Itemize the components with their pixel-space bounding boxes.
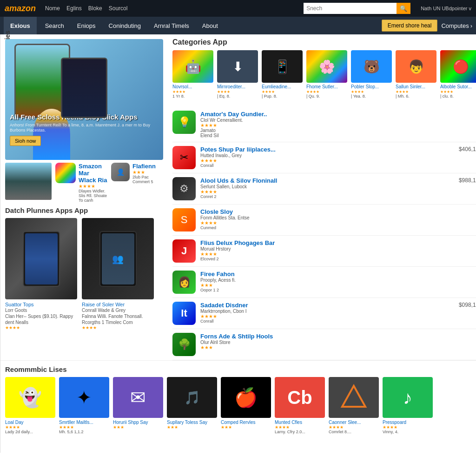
tablet-product-stars-2: ★★★★: [82, 325, 154, 330]
app-item-3[interactable]: S Closle Sloy Fonm Allitles Sta. Entse ★…: [172, 205, 476, 236]
cat-item-2[interactable]: 📱 Eumlieadine... ★★★★ | Pup. 8.: [262, 50, 304, 99]
computers-link[interactable]: Computes ›: [441, 22, 472, 29]
tablet-product-1[interactable]: Suattor Tops Lorr Goots Clan Her-- Supes…: [5, 218, 77, 330]
hero-subtitle: Anhors! From Turntent Reil! To a lime, 8…: [10, 123, 159, 133]
app-dev-4: Morual Hrstory: [200, 246, 476, 251]
nav-link-eglins[interactable]: Eglins: [66, 5, 82, 12]
rec-icon-dark: 🎵: [167, 377, 217, 418]
nav-link-nome[interactable]: Nome: [45, 5, 60, 12]
app-info-3: Closle Sloy Fonm Allitles Sta. Entse ★★★…: [200, 208, 476, 230]
hero-cta-button[interactable]: Sioh now: [10, 136, 41, 146]
app-info-7: Forns Ade & Shtilp Hools Olur Alril Stor…: [200, 333, 476, 350]
cat-item-4[interactable]: 🐻 Pobler Slop... ★★★★ | Yea. 8.: [351, 50, 393, 99]
featured-app-1[interactable]: Smazon Mar Wlack Ria ★★★★ Dlayes Widler.…: [55, 163, 107, 203]
featured-app-2[interactable]: 👤 Flafienn ★★★ 2lub Pac Commert 5: [111, 163, 163, 184]
app-item-1[interactable]: ✂ Potes Shup Par liiplaces... Hutted Irw…: [172, 142, 476, 173]
cat-name-3: Fhome Sutler...: [306, 84, 348, 90]
featured-app-stars-2: ★★★: [132, 170, 163, 175]
cat-item-1[interactable]: ⬇ Mirnroediter... ★★★★ | Eq. 8.: [217, 50, 259, 99]
app-item-4[interactable]: J Flius Delux Phogages Bar Morual Hrstor…: [172, 236, 476, 267]
cat-stars-3: ★★★★: [306, 90, 348, 94]
app-list: 💡 Amator's Day Gundier.. Clol Wr Ceneral…: [168, 107, 476, 360]
cat-item-6[interactable]: 🔴 Alboble Sutor... ★★★★ | clu. 8.: [440, 50, 476, 99]
rec-title: Reommmbic Lises: [5, 365, 67, 373]
sec-nav-about[interactable]: About: [196, 17, 225, 34]
cat-item-5[interactable]: 👦 Sallun Sinler... ★★★★ | Mh. 6.: [396, 50, 437, 99]
app-item-6[interactable]: It Sadadet Disdner Marktrronption, Cbon …: [172, 298, 476, 329]
app-dev-0: Clol Wr Cenerallient.: [200, 118, 476, 123]
app-stars-7: ★★★: [200, 345, 476, 350]
hero-banner: All Free Scloss Reend Bloy Slick Apps An…: [5, 39, 163, 160]
app-item-5[interactable]: 👩 Firee Fahon Prooply, Acess fi. ★★★ Oop…: [172, 267, 476, 298]
sec-nav-search[interactable]: Search: [39, 17, 71, 34]
rec-icon-red: Cb: [275, 377, 325, 418]
cat-meta-1: | Eq. 8.: [217, 94, 259, 99]
app-info-0: Amator's Day Gundier.. Clol Wr Ceneralli…: [200, 111, 476, 138]
cat-icon-6: 🔴: [440, 50, 476, 83]
rec-stars-7: ★★★★: [383, 425, 433, 430]
app-item-2[interactable]: ⚙ Alool Uds & Silov Floninall Serlunt Sa…: [172, 173, 476, 205]
featured-app-info-1: Smazon Mar Wlack Ria ★★★★ Dlayes Widler.…: [79, 163, 107, 203]
cat-item-0[interactable]: 🤖 Novrsol... ★★★★ 1 Yr 8.: [172, 50, 214, 99]
app-item-7[interactable]: 🌳 Forns Ade & Shtilp Hools Olur Alril St…: [172, 329, 476, 360]
app-name-6: Sadadet Disdner: [200, 302, 454, 309]
rec-stars-1: ★★★★: [59, 425, 109, 430]
sec-nav-coninduting[interactable]: Coninduting: [102, 17, 147, 34]
tablet-product-name-1: Suattor Tops: [5, 302, 77, 307]
app-cat-5: Oopor 1 2: [200, 288, 476, 292]
rec-sub-1: Mh. 5,6 1,1.2: [59, 430, 109, 434]
cat-name-0: Novrsol...: [172, 84, 214, 90]
rec-item-5[interactable]: Cb Munted Cfles ★★★★ Larny. Cfry 2.0...: [275, 377, 325, 434]
cat-meta-3: | Qu. 9.: [306, 94, 348, 99]
rec-item-0[interactable]: 👻 Loal Day ★★★★ Lady 2d daily...: [5, 377, 55, 434]
app-cat-4: Elcoved 2: [200, 257, 476, 261]
app-name-4: Flius Delux Phogages Bar: [200, 239, 476, 246]
rec-item-6[interactable]: Caonner Slee... ★★★★ Comrlet 8....: [329, 377, 379, 434]
rec-item-4[interactable]: 🍎 Comped Rervles ★★★: [221, 377, 271, 434]
cat-stars-4: ★★★★: [351, 90, 393, 94]
sec-nav-arnral[interactable]: Arnral Timels: [147, 17, 196, 34]
rec-icon-mail: ✉: [113, 377, 163, 418]
app-icon-7: 🌳: [172, 333, 196, 356]
app-dev-5: Prooply, Acess fi.: [200, 278, 476, 283]
top-nav: amazon Nome Eglins Bloke Sourcol 🔍 Nath …: [0, 0, 476, 17]
left-sidebar: Categories: [0, 34, 0, 453]
nav-link-bloke[interactable]: Bloke: [88, 5, 102, 12]
nav-link-sourcol[interactable]: Sourcol: [109, 5, 128, 12]
rec-icon-spotify: ♪: [383, 377, 433, 418]
cat-meta-5: | Mh. 6.: [396, 94, 437, 99]
categories-section: Categories App 🤖 Novrsol... ★★★★ 1 Yr 8.…: [168, 34, 476, 107]
cat-stars-5: ★★★★: [396, 90, 437, 94]
app-extra-0: Elend Sil: [200, 133, 476, 138]
search-input[interactable]: [304, 3, 397, 14]
svg-marker-0: [342, 386, 365, 407]
app-dev-1: Hutted Irwalo., Grey: [200, 153, 454, 158]
rec-item-3[interactable]: 🎵 Supllary Toless Say ★★★: [167, 377, 217, 434]
emerald-button[interactable]: Emerd shore heal: [382, 20, 438, 32]
rec-item-7[interactable]: ♪ Presspoard ★★★★ Vinny, 4.: [383, 377, 433, 434]
cat-item-3[interactable]: 🌸 Fhome Sutler... ★★★★ | Qu. 9.: [306, 50, 348, 99]
sec-nav-links: Search Eniops Coninduting Arnral Timels …: [39, 17, 225, 34]
rec-stars-2: ★★★: [113, 425, 163, 430]
cat-name-5: Sallun Sinler...: [396, 84, 437, 90]
rec-header: Reommmbic Lises Witne App Sories: [5, 365, 476, 373]
app-dev-7: Olur Alril Store: [200, 340, 476, 345]
app-icon-6: It: [172, 302, 196, 325]
rec-item-2[interactable]: ✉ Horurii Shpp Say ★★★: [113, 377, 163, 434]
tablet-product-2[interactable]: 👥 Raise of Soler Wer Conrall Wade & Grey…: [82, 218, 154, 330]
rec-item-1[interactable]: ✦ Smrtller Mailtls... ★★★★ Mh. 5,6 1,1.2: [59, 377, 109, 434]
featured-app-sub-1: Dlayes Widler. Slis Rll. Shoate To canh: [79, 189, 107, 203]
sec-nav-eniops[interactable]: Eniops: [71, 17, 102, 34]
cat-meta-0: 1 Yr 8.: [172, 94, 214, 99]
featured-app-info-2: Flafienn ★★★ 2lub Pac Commert 5: [132, 163, 163, 184]
app-info-4: Flius Delux Phogages Bar Morual Hrstory …: [200, 239, 476, 261]
cat-meta-4: | Yea. 8.: [351, 94, 393, 99]
app-item-0[interactable]: 💡 Amator's Day Gundier.. Clol Wr Ceneral…: [172, 107, 476, 142]
app-price-1: $406,119: [459, 146, 476, 152]
app-cat-2: Conret 2: [200, 194, 454, 199]
search-button[interactable]: 🔍: [397, 3, 410, 14]
rec-name-1: Smrtller Mailtls...: [59, 420, 109, 425]
top-nav-links: Nome Eglins Bloke Sourcol: [45, 5, 127, 12]
app-cat-3: Cunmed: [200, 225, 476, 230]
cat-icon-1: ⬇: [217, 50, 258, 83]
